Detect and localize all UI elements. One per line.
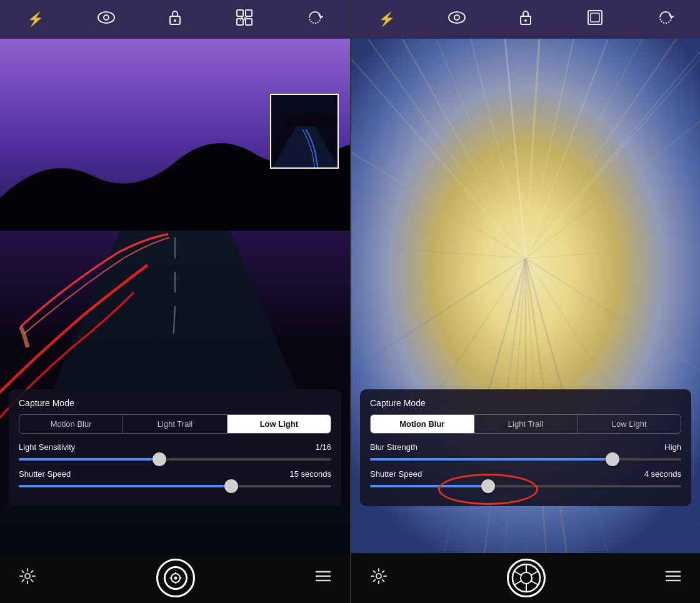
shutter-button-right[interactable] xyxy=(507,559,546,597)
svg-point-14 xyxy=(25,574,30,579)
svg-text:AF: AF xyxy=(240,16,248,22)
light-sensitivity-row: Light Sensitivity 1/16 xyxy=(19,442,331,452)
motion-blur-btn-left[interactable]: Motion Blur xyxy=(19,415,123,433)
blur-strength-value: High xyxy=(638,442,681,452)
svg-line-59 xyxy=(531,571,538,576)
blur-strength-row: Blur Strength High xyxy=(370,442,681,452)
light-trail-btn-right[interactable]: Light Trail xyxy=(474,415,578,433)
menu-icon-left[interactable] xyxy=(315,570,331,586)
right-bottom-bar xyxy=(351,553,700,603)
svg-point-23 xyxy=(524,19,527,22)
right-scene: Capture Mode Motion Blur Light Trail Low… xyxy=(351,39,700,553)
low-light-btn-right[interactable]: Low Light xyxy=(578,415,681,433)
aperture-icon xyxy=(511,562,542,594)
light-sensitivity-value: 1/16 xyxy=(288,442,331,452)
shutter-speed-row-left: Shutter Speed 15 seconds xyxy=(19,469,331,479)
right-mode-buttons: Motion Blur Light Trail Low Light xyxy=(370,414,681,434)
focus-box-icon-right[interactable] xyxy=(586,9,604,30)
flash-icon-right[interactable]: ⚡ xyxy=(378,11,395,27)
motion-blur-btn-right[interactable]: Motion Blur xyxy=(371,415,474,433)
svg-point-3 xyxy=(174,19,176,22)
eye-icon-right[interactable] xyxy=(448,11,466,27)
lock-icon[interactable] xyxy=(168,9,182,29)
af-focus-icon[interactable]: AF xyxy=(236,9,253,30)
capture-mode-label-right: Capture Mode xyxy=(370,398,681,408)
svg-line-62 xyxy=(514,581,521,586)
left-top-bar: ⚡ AF xyxy=(0,0,350,39)
menu-icon-right[interactable] xyxy=(665,570,681,586)
rotate-icon[interactable] xyxy=(307,9,323,29)
shutter-speed-label-right: Shutter Speed xyxy=(370,469,638,479)
svg-line-63 xyxy=(514,571,521,576)
lock-icon-right[interactable] xyxy=(519,9,532,29)
light-sensitivity-slider[interactable] xyxy=(19,458,331,461)
svg-point-0 xyxy=(98,12,114,23)
shutter-inner-left xyxy=(164,566,188,590)
left-controls-panel: Capture Mode Motion Blur Light Trail Low… xyxy=(9,389,341,506)
svg-point-57 xyxy=(521,572,532,584)
shutter-speed-row-right: Shutter Speed 4 seconds xyxy=(370,469,681,479)
settings-icon-right[interactable] xyxy=(370,567,388,589)
left-bottom-bar xyxy=(0,553,350,603)
shutter-speed-slider-right[interactable] xyxy=(370,485,681,487)
left-viewfinder[interactable]: Capture Mode Motion Blur Light Trail Low… xyxy=(0,39,350,553)
shutter-speed-value-left: 15 seconds xyxy=(288,469,331,479)
rotate-icon-right[interactable] xyxy=(658,9,674,29)
blur-strength-slider[interactable] xyxy=(370,458,681,461)
left-mode-buttons: Motion Blur Light Trail Low Light xyxy=(19,414,331,434)
shutter-speed-value-right: 4 seconds xyxy=(638,469,681,479)
right-viewfinder[interactable]: Capture Mode Motion Blur Light Trail Low… xyxy=(351,39,700,553)
svg-point-55 xyxy=(376,574,381,579)
thumbnail-preview xyxy=(270,94,339,169)
right-phone-panel: ⚡ xyxy=(350,0,700,603)
svg-point-16 xyxy=(174,577,178,580)
right-controls-panel: Capture Mode Motion Blur Light Trail Low… xyxy=(360,389,691,506)
blur-strength-label: Blur Strength xyxy=(370,442,638,452)
low-light-btn-left[interactable]: Low Light xyxy=(228,415,331,433)
shutter-speed-label-left: Shutter Speed xyxy=(19,469,288,479)
svg-point-21 xyxy=(454,15,459,20)
svg-point-1 xyxy=(104,15,109,20)
capture-mode-label: Capture Mode xyxy=(19,398,331,408)
right-top-bar: ⚡ xyxy=(351,0,700,39)
svg-rect-25 xyxy=(591,13,599,22)
shutter-button-left[interactable] xyxy=(156,559,195,597)
flash-icon[interactable]: ⚡ xyxy=(27,11,44,27)
left-scene: Capture Mode Motion Blur Light Trail Low… xyxy=(0,39,350,553)
light-sensitivity-label: Light Sensitivity xyxy=(19,442,288,452)
shutter-speed-slider-left[interactable] xyxy=(19,485,331,487)
svg-point-20 xyxy=(449,12,465,23)
settings-icon-left[interactable] xyxy=(19,567,36,589)
svg-line-60 xyxy=(531,581,538,586)
eye-icon[interactable] xyxy=(98,11,115,27)
light-trail-btn-left[interactable]: Light Trail xyxy=(123,415,227,433)
left-phone-panel: ⚡ AF xyxy=(0,0,350,603)
